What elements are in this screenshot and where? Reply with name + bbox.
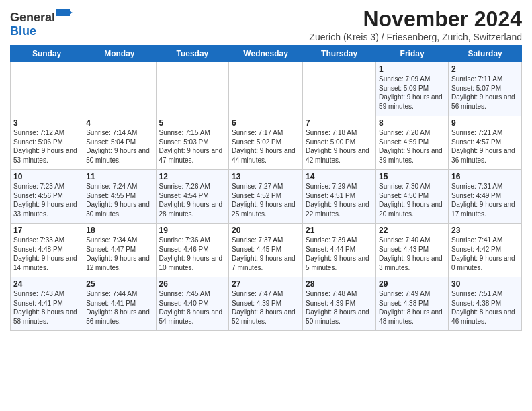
day-info: Sunrise: 7:43 AM Sunset: 4:41 PM Dayligh… [13,289,80,326]
table-row: 13Sunrise: 7:27 AM Sunset: 4:52 PM Dayli… [229,170,303,224]
table-row: 30Sunrise: 7:51 AM Sunset: 4:38 PM Dayli… [449,277,522,331]
day-info: Sunrise: 7:17 AM Sunset: 5:02 PM Dayligh… [232,128,300,165]
day-number: 28 [306,279,373,289]
table-row: 28Sunrise: 7:48 AM Sunset: 4:39 PM Dayli… [303,277,376,331]
logo: General Blue [10,9,73,38]
logo-text: General [10,9,73,25]
day-number: 10 [13,172,80,181]
subtitle: Zuerich (Kreis 3) / Friesenberg, Zurich,… [309,32,522,42]
calendar-week-row: 10Sunrise: 7:23 AM Sunset: 4:56 PM Dayli… [11,170,522,224]
table-row: 5Sunrise: 7:15 AM Sunset: 5:03 PM Daylig… [156,116,229,170]
day-number: 19 [159,226,226,235]
day-info: Sunrise: 7:21 AM Sunset: 4:57 PM Dayligh… [451,128,519,165]
day-info: Sunrise: 7:40 AM Sunset: 4:43 PM Dayligh… [379,236,445,272]
table-row: 15Sunrise: 7:30 AM Sunset: 4:50 PM Dayli… [376,170,449,224]
day-info: Sunrise: 7:41 AM Sunset: 4:42 PM Dayligh… [451,236,519,272]
day-info: Sunrise: 7:33 AM Sunset: 4:48 PM Dayligh… [13,236,80,272]
day-info: Sunrise: 7:11 AM Sunset: 5:07 PM Dayligh… [451,75,519,111]
table-row: 18Sunrise: 7:34 AM Sunset: 4:47 PM Dayli… [83,224,156,277]
day-number: 9 [451,118,519,128]
day-number: 30 [451,279,519,289]
day-number: 24 [13,279,80,289]
day-info: Sunrise: 7:34 AM Sunset: 4:47 PM Dayligh… [86,236,152,272]
day-info: Sunrise: 7:49 AM Sunset: 4:38 PM Dayligh… [379,289,445,326]
logo-flag-icon [56,9,73,21]
page-header: General Blue November 2024 Zuerich (Krei… [10,7,522,42]
main-title: November 2024 [309,7,522,32]
table-row: 11Sunrise: 7:24 AM Sunset: 4:55 PM Dayli… [83,170,156,224]
day-number: 3 [13,118,80,128]
col-friday: Friday [376,46,449,62]
calendar-week-row: 1Sunrise: 7:09 AM Sunset: 5:09 PM Daylig… [11,62,522,116]
table-row: 25Sunrise: 7:44 AM Sunset: 4:41 PM Dayli… [83,277,156,331]
day-number: 11 [86,172,152,181]
day-number: 27 [232,279,300,289]
day-number: 1 [379,64,445,74]
table-row: 26Sunrise: 7:45 AM Sunset: 4:40 PM Dayli… [156,277,229,331]
day-info: Sunrise: 7:24 AM Sunset: 4:55 PM Dayligh… [86,182,152,218]
col-tuesday: Tuesday [156,46,229,62]
table-row: 19Sunrise: 7:36 AM Sunset: 4:46 PM Dayli… [156,224,229,277]
table-row: 4Sunrise: 7:14 AM Sunset: 5:04 PM Daylig… [83,116,156,170]
day-info: Sunrise: 7:45 AM Sunset: 4:40 PM Dayligh… [159,289,226,326]
day-info: Sunrise: 7:09 AM Sunset: 5:09 PM Dayligh… [379,75,445,111]
day-info: Sunrise: 7:39 AM Sunset: 4:44 PM Dayligh… [306,236,373,272]
table-row [11,62,83,116]
day-info: Sunrise: 7:30 AM Sunset: 4:50 PM Dayligh… [379,182,445,218]
day-info: Sunrise: 7:29 AM Sunset: 4:51 PM Dayligh… [306,182,373,218]
table-row: 29Sunrise: 7:49 AM Sunset: 4:38 PM Dayli… [376,277,449,331]
col-saturday: Saturday [449,46,522,62]
table-row: 12Sunrise: 7:26 AM Sunset: 4:54 PM Dayli… [156,170,229,224]
logo-general: General [10,11,55,24]
table-row: 22Sunrise: 7:40 AM Sunset: 4:43 PM Dayli… [376,224,449,277]
day-info: Sunrise: 7:18 AM Sunset: 5:00 PM Dayligh… [306,128,373,165]
table-row: 3Sunrise: 7:12 AM Sunset: 5:06 PM Daylig… [11,116,83,170]
day-info: Sunrise: 7:20 AM Sunset: 4:59 PM Dayligh… [379,128,445,165]
calendar-header-row: Sunday Monday Tuesday Wednesday Thursday… [11,46,522,62]
day-number: 16 [451,172,519,181]
table-row: 21Sunrise: 7:39 AM Sunset: 4:44 PM Dayli… [303,224,376,277]
day-number: 18 [86,226,152,235]
day-info: Sunrise: 7:47 AM Sunset: 4:39 PM Dayligh… [232,289,300,326]
day-number: 15 [379,172,445,181]
table-row [303,62,376,116]
page-container: General Blue November 2024 Zuerich (Krei… [0,0,532,338]
day-number: 26 [159,279,226,289]
table-row: 14Sunrise: 7:29 AM Sunset: 4:51 PM Dayli… [303,170,376,224]
day-info: Sunrise: 7:36 AM Sunset: 4:46 PM Dayligh… [159,236,226,272]
table-row: 9Sunrise: 7:21 AM Sunset: 4:57 PM Daylig… [449,116,522,170]
table-row: 10Sunrise: 7:23 AM Sunset: 4:56 PM Dayli… [11,170,83,224]
day-info: Sunrise: 7:37 AM Sunset: 4:45 PM Dayligh… [232,236,300,272]
table-row: 6Sunrise: 7:17 AM Sunset: 5:02 PM Daylig… [229,116,303,170]
table-row: 16Sunrise: 7:31 AM Sunset: 4:49 PM Dayli… [449,170,522,224]
day-number: 20 [232,226,300,235]
day-number: 29 [379,279,445,289]
calendar-week-row: 3Sunrise: 7:12 AM Sunset: 5:06 PM Daylig… [11,116,522,170]
day-number: 4 [86,118,152,128]
day-number: 21 [306,226,373,235]
day-info: Sunrise: 7:31 AM Sunset: 4:49 PM Dayligh… [451,182,519,218]
day-info: Sunrise: 7:14 AM Sunset: 5:04 PM Dayligh… [86,128,152,165]
day-number: 6 [232,118,300,128]
col-wednesday: Wednesday [229,46,303,62]
day-info: Sunrise: 7:51 AM Sunset: 4:38 PM Dayligh… [451,289,519,326]
table-row [229,62,303,116]
logo-blue-text: Blue [10,25,73,38]
table-row: 24Sunrise: 7:43 AM Sunset: 4:41 PM Dayli… [11,277,83,331]
table-row: 7Sunrise: 7:18 AM Sunset: 5:00 PM Daylig… [303,116,376,170]
day-number: 17 [13,226,80,235]
day-number: 13 [232,172,300,181]
table-row [83,62,156,116]
day-info: Sunrise: 7:48 AM Sunset: 4:39 PM Dayligh… [306,289,373,326]
table-row: 20Sunrise: 7:37 AM Sunset: 4:45 PM Dayli… [229,224,303,277]
title-block: November 2024 Zuerich (Kreis 3) / Friese… [309,7,522,42]
col-thursday: Thursday [303,46,376,62]
calendar-week-row: 24Sunrise: 7:43 AM Sunset: 4:41 PM Dayli… [11,277,522,331]
day-number: 2 [451,64,519,74]
table-row: 2Sunrise: 7:11 AM Sunset: 5:07 PM Daylig… [449,62,522,116]
col-sunday: Sunday [11,46,83,62]
day-number: 23 [451,226,519,235]
day-number: 25 [86,279,152,289]
day-info: Sunrise: 7:27 AM Sunset: 4:52 PM Dayligh… [232,182,300,218]
table-row: 8Sunrise: 7:20 AM Sunset: 4:59 PM Daylig… [376,116,449,170]
